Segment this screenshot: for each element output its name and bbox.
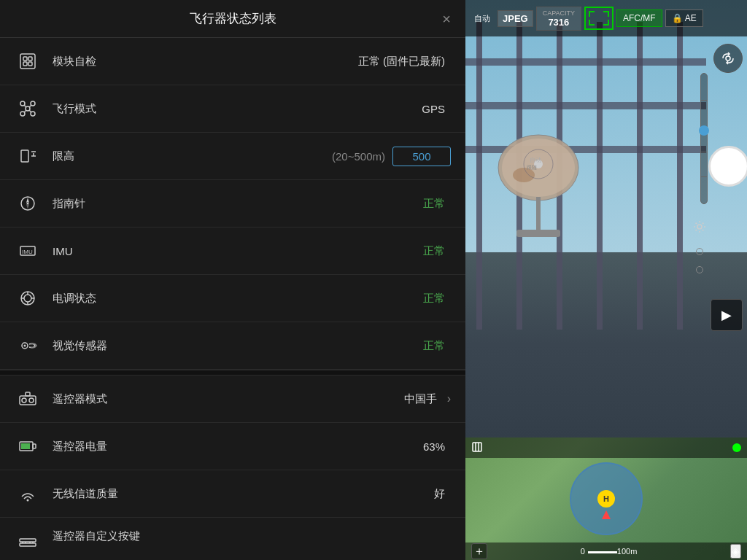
svg-point-25 — [24, 295, 31, 302]
dot-indicator-1 — [696, 248, 703, 255]
drone-icon — [15, 96, 41, 122]
camera-switch-button[interactable] — [713, 44, 743, 73]
altitude-range: (20~500m) — [332, 150, 385, 163]
row-altitude: 限高 (20~500m) — [0, 133, 465, 180]
svg-point-39 — [27, 499, 29, 502]
wireless-icon — [15, 481, 41, 507]
map-scale: 0100m — [581, 547, 638, 556]
svg-point-34 — [29, 398, 34, 402]
vision-icon — [15, 332, 41, 359]
map-home-marker: H — [597, 490, 615, 508]
esc-label: 电调状态 — [53, 292, 423, 306]
svg-text:跟随: 跟随 — [527, 165, 537, 170]
capacity-value: 7316 — [548, 17, 569, 28]
svg-rect-40 — [20, 539, 36, 542]
row-custom-key: 遥控器自定义按键 C1 回中/朝下 C2 云台跟随/FPV — [0, 518, 465, 560]
capacity-label: CAPACITY — [543, 9, 575, 17]
flight-mode-label: 飞行模式 — [53, 102, 422, 116]
settings-button[interactable] — [692, 219, 708, 237]
focus-frame-button[interactable] — [584, 7, 614, 30]
compass-value: 正常 — [423, 197, 445, 211]
esc-icon — [15, 285, 41, 311]
close-button[interactable]: × — [442, 12, 451, 26]
camera-top-bar: 自动 JPEG CAPACITY 7316 AFC/MF 🔒 AE — [465, 0, 747, 36]
vision-label: 视觉传感器 — [53, 339, 423, 353]
svg-text:IMU: IMU — [22, 249, 33, 255]
row-esc: 电调状态 正常 — [0, 275, 465, 322]
compass-label: 指南针 — [53, 197, 423, 211]
module-check-value: 正常 (固件已最新) — [358, 55, 445, 69]
row-rc-battery: 遥控器电量 63% — [0, 423, 465, 470]
svg-point-31 — [24, 345, 26, 347]
row-wireless: 无线信道质量 好 — [0, 470, 465, 518]
dot-indicator-2 — [696, 266, 703, 273]
row-flight-mode: 飞行模式 GPS — [0, 85, 465, 133]
auto-label: 自动 — [474, 13, 490, 24]
wireless-label: 无线信道质量 — [53, 487, 434, 501]
afc-label: AFC/MF — [623, 13, 656, 23]
chevron-right-icon: › — [447, 392, 451, 405]
svg-rect-4 — [28, 62, 32, 66]
svg-point-33 — [22, 398, 26, 402]
battery-icon — [15, 433, 41, 459]
rc-mode-value: 中国手 — [404, 392, 437, 406]
map-top-bar — [465, 438, 747, 458]
svg-text:自动: 自动 — [530, 157, 541, 163]
map-bottom-bar: ＋ 0100m ◈ — [465, 542, 747, 560]
row-compass: 指南针 正常 — [0, 180, 465, 228]
module-check-label: 模块自检 — [53, 55, 358, 69]
svg-rect-3 — [23, 62, 27, 66]
ae-label: AE — [685, 13, 697, 23]
svg-marker-19 — [26, 198, 29, 203]
svg-rect-37 — [33, 444, 36, 448]
map-compass-button[interactable]: ◈ — [730, 544, 741, 559]
shutter-button[interactable] — [708, 146, 747, 187]
camera-panel: 自动 跟随 自动 JPEG CAPACITY 7316 AFC/ — [465, 0, 747, 560]
svg-rect-41 — [20, 543, 36, 546]
exposure-bar[interactable] — [700, 73, 708, 204]
panel-title: 飞行器状态列表 — [190, 10, 276, 27]
status-panel: 飞行器状态列表 × 模块自检 正常 (固件已最新) — [0, 0, 465, 560]
map-overlay: H ＋ 0100m ◈ — [465, 438, 747, 560]
altitude-input[interactable] — [392, 147, 451, 166]
svg-point-51 — [513, 168, 535, 182]
key-icon — [15, 529, 41, 556]
map-status-indicator — [732, 443, 741, 452]
svg-point-21 — [27, 203, 29, 205]
altitude-icon — [15, 143, 41, 169]
play-button[interactable]: ▶ — [711, 299, 743, 331]
svg-rect-57 — [473, 443, 481, 451]
svg-rect-38 — [21, 443, 30, 449]
rc-battery-value: 63% — [423, 440, 445, 453]
row-rc-mode[interactable]: 遥控器模式 中国手 › — [0, 376, 465, 423]
svg-point-55 — [726, 56, 730, 61]
module-icon — [15, 48, 41, 74]
exposure-indicator — [699, 125, 709, 136]
panel-header: 飞行器状态列表 × — [0, 0, 465, 38]
jpeg-value: JPEG — [503, 13, 528, 24]
rc-battery-label: 遥控器电量 — [53, 440, 423, 454]
svg-rect-1 — [23, 57, 27, 61]
imu-value: 正常 — [423, 244, 445, 258]
row-module-check: 模块自检 正常 (固件已最新) — [0, 38, 465, 85]
svg-rect-50 — [516, 230, 560, 237]
flight-mode-value: GPS — [422, 103, 445, 115]
compass-icon — [15, 190, 41, 217]
row-imu: IMU IMU 正常 — [0, 228, 465, 275]
jpeg-box: JPEG — [498, 10, 533, 27]
afc-button[interactable]: AFC/MF — [616, 9, 662, 27]
custom-key-label: 遥控器自定义按键 — [53, 529, 451, 543]
altitude-label: 限高 — [53, 149, 332, 163]
capacity-box: CAPACITY 7316 — [536, 7, 581, 31]
map-expand-button[interactable] — [471, 441, 483, 455]
auto-button[interactable]: 自动 — [470, 11, 495, 26]
vision-value: 正常 — [423, 339, 445, 353]
svg-rect-14 — [21, 150, 28, 162]
svg-point-13 — [26, 106, 30, 111]
map-zoom-button[interactable]: ＋ — [471, 543, 487, 559]
svg-rect-2 — [28, 57, 32, 61]
section-divider — [0, 370, 465, 376]
ae-button[interactable]: 🔒 AE — [665, 9, 703, 27]
imu-icon: IMU — [15, 238, 41, 264]
svg-rect-35 — [26, 392, 30, 396]
